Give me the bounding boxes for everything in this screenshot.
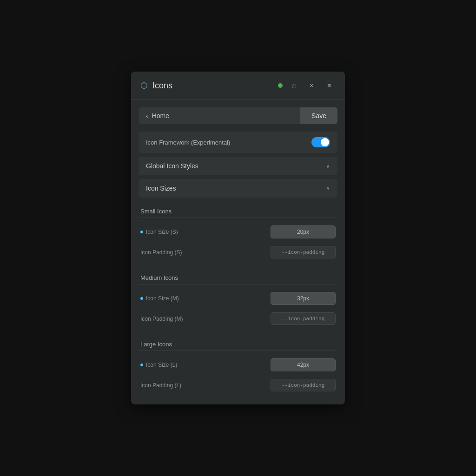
icon-size-m-value[interactable]: 32px — [271, 292, 336, 305]
icon-size-m-label: Icon Size (M) — [140, 295, 179, 302]
icon-padding-l-value[interactable]: --icon-padding — [271, 379, 336, 391]
small-icons-title: Small Icons — [139, 203, 337, 218]
icon-framework-toggle[interactable] — [311, 137, 330, 147]
menu-button[interactable]: ≡ — [323, 79, 336, 92]
global-styles-label: Global Icon Styles — [146, 162, 198, 170]
icon-framework-toggle-row: Icon Framework (Experimental) — [139, 132, 337, 153]
icon-size-s-label: Icon Size (S) — [140, 229, 178, 235]
back-button[interactable]: ‹ Home — [139, 107, 300, 124]
back-chevron-icon: ‹ — [146, 112, 148, 119]
panel-header: ⬡ Icons ☆ × ≡ — [131, 72, 345, 100]
toggle-label: Icon Framework (Experimental) — [146, 139, 230, 146]
icon-padding-s-row: Icon Padding (S) --icon-padding — [139, 242, 337, 262]
icon-padding-s-value[interactable]: --icon-padding — [271, 246, 336, 258]
active-dot-l — [140, 364, 143, 366]
back-label: Home — [152, 112, 169, 119]
large-icons-section: Large Icons Icon Size (L) 42px Icon Padd… — [139, 334, 337, 397]
icon-padding-s-label: Icon Padding (S) — [140, 249, 182, 256]
header-right: ☆ × ≡ — [278, 79, 336, 92]
icon-sizes-section[interactable]: Icon Sizes ∧ — [139, 179, 337, 198]
icon-sizes-label: Icon Sizes — [146, 185, 176, 192]
medium-icons-section: Medium Icons Icon Size (M) 32px Icon Pad… — [139, 268, 337, 331]
panel-content: Icon Framework (Experimental) Global Ico… — [131, 124, 345, 404]
icons-panel: ⬡ Icons ☆ × ≡ ‹ Home Save Icon — [131, 72, 345, 404]
global-icon-styles-section[interactable]: Global Icon Styles ∨ — [139, 157, 337, 175]
menu-icon: ≡ — [327, 82, 331, 89]
small-icons-section: Small Icons Icon Size (S) 20px Icon Padd… — [139, 201, 337, 264]
cube-icon: ⬡ — [140, 80, 148, 91]
icon-size-l-row: Icon Size (L) 42px — [139, 355, 337, 375]
icon-size-m-row: Icon Size (M) 32px — [139, 288, 337, 309]
icon-size-l-value[interactable]: 42px — [271, 358, 336, 371]
save-label: Save — [311, 112, 326, 119]
pin-button[interactable]: ☆ — [287, 79, 300, 92]
close-icon: × — [310, 82, 313, 89]
icon-padding-m-row: Icon Padding (M) --icon-padding — [139, 309, 337, 329]
active-dot-m — [140, 297, 143, 300]
nav-bar: ‹ Home Save — [139, 107, 337, 124]
icon-padding-m-value[interactable]: --icon-padding — [271, 312, 336, 325]
pin-icon: ☆ — [291, 82, 297, 89]
panel-title: Icons — [152, 81, 172, 91]
close-button[interactable]: × — [305, 79, 318, 92]
global-styles-chevron: ∨ — [326, 163, 330, 169]
active-dot — [140, 231, 143, 233]
medium-icons-title: Medium Icons — [139, 270, 337, 284]
save-button[interactable]: Save — [300, 107, 337, 124]
icon-size-s-row: Icon Size (S) 20px — [139, 222, 337, 242]
icon-size-s-value[interactable]: 20px — [271, 225, 336, 238]
icon-padding-l-row: Icon Padding (L) --icon-padding — [139, 375, 337, 395]
header-left: ⬡ Icons — [140, 80, 172, 91]
icon-sizes-chevron: ∧ — [326, 185, 330, 192]
status-dot — [278, 83, 283, 88]
icon-size-l-label: Icon Size (L) — [140, 362, 177, 368]
large-icons-title: Large Icons — [139, 336, 337, 351]
icon-padding-l-label: Icon Padding (L) — [140, 382, 181, 389]
icon-padding-m-label: Icon Padding (M) — [140, 316, 183, 322]
